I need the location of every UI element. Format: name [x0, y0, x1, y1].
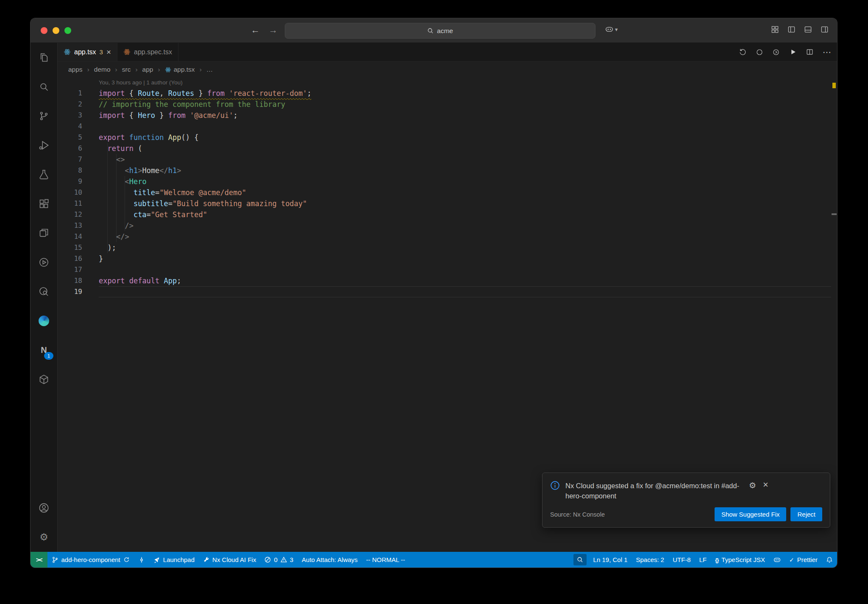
- code-line[interactable]: 16}: [58, 253, 837, 264]
- code-line[interactable]: 6 return (: [58, 143, 837, 154]
- code-line[interactable]: 9 <Hero: [58, 176, 837, 187]
- code-line[interactable]: 13 />: [58, 220, 837, 231]
- nx-cloud-fix-status-item[interactable]: Nx Cloud AI Fix: [199, 552, 260, 568]
- undo-last-icon[interactable]: [739, 48, 747, 56]
- sidebar-item-run-circle[interactable]: [31, 248, 57, 277]
- circle-outline-icon[interactable]: [756, 48, 763, 56]
- window-controls: [41, 27, 71, 34]
- code-line[interactable]: 4: [58, 121, 837, 132]
- sidebar-item-explorer[interactable]: [31, 43, 57, 72]
- tab-label: app.spec.tsx: [134, 48, 172, 56]
- error-icon: [264, 556, 271, 563]
- formatter-status-item[interactable]: Prettier: [785, 552, 822, 568]
- code-line[interactable]: 18export default App;: [58, 275, 837, 286]
- encoding-status-item[interactable]: UTF-8: [668, 552, 695, 568]
- activity-bar: N 1: [31, 43, 58, 552]
- code-line[interactable]: 17: [58, 264, 837, 275]
- command-center-search[interactable]: acme: [285, 23, 595, 39]
- show-suggested-fix-button[interactable]: Show Suggested Fix: [715, 507, 787, 521]
- cursor-position-status-item[interactable]: Ln 19, Col 1: [589, 552, 632, 568]
- breadcrumb-item[interactable]: demo: [94, 66, 111, 73]
- sidebar-item-inspect[interactable]: [31, 277, 57, 306]
- code-line[interactable]: 8 <h1>Home</h1>: [58, 165, 837, 176]
- sidebar-item-remote-explorer[interactable]: [31, 218, 57, 248]
- close-window-button[interactable]: [41, 27, 47, 34]
- code-line[interactable]: 5export function App() {: [58, 132, 837, 143]
- code-text: />: [82, 220, 134, 231]
- problems-status-item[interactable]: 0 3: [260, 552, 298, 568]
- sidebar-item-settings[interactable]: [31, 523, 57, 552]
- breadcrumb-item[interactable]: src: [122, 66, 131, 73]
- code-line[interactable]: 15 );: [58, 242, 837, 253]
- sidebar-item-run-debug[interactable]: [31, 131, 57, 160]
- titlebar: acme: [31, 18, 837, 43]
- customize-layout-icon[interactable]: [771, 25, 779, 34]
- auto-attach-status-item[interactable]: Auto Attach: Always: [298, 552, 362, 568]
- line-number: 4: [58, 121, 82, 132]
- split-editor-icon[interactable]: [806, 48, 814, 56]
- sidebar-item-package[interactable]: [31, 365, 57, 394]
- code-text: import { Hero } from '@acme/ui';: [82, 110, 238, 121]
- sidebar-item-testing[interactable]: [31, 160, 57, 189]
- code-line[interactable]: 10 title="Welcmoe @acme/demo": [58, 187, 837, 198]
- run-debug-icon: [38, 140, 50, 151]
- error-count: 0: [274, 556, 277, 563]
- copilot-menu[interactable]: [605, 25, 618, 33]
- editor-scrollbar[interactable]: [831, 78, 837, 552]
- sidebar-item-edge-tools[interactable]: [31, 306, 57, 336]
- line-number: 13: [58, 220, 82, 231]
- run-file-icon[interactable]: [789, 48, 797, 56]
- code-line[interactable]: 1import { Route, Routes } from 'react-ro…: [58, 88, 837, 99]
- language-mode-status-item[interactable]: TypeScript JSX: [711, 552, 769, 568]
- account-icon: [38, 502, 50, 514]
- more-actions-icon[interactable]: [823, 47, 831, 57]
- code-line[interactable]: 2// importing the component from the lib…: [58, 99, 837, 110]
- sidebar-item-source-control[interactable]: [31, 101, 57, 131]
- line-number: 8: [58, 165, 82, 176]
- extensions-icon: [38, 198, 50, 210]
- remote-indicator[interactable]: [31, 552, 47, 568]
- gitlens-status-item[interactable]: [134, 552, 149, 568]
- circle-arrow-icon[interactable]: [772, 48, 780, 56]
- notification-close-icon[interactable]: [763, 481, 768, 489]
- branch-status-item[interactable]: add-hero-component: [47, 552, 134, 568]
- copilot-status-item[interactable]: [769, 552, 785, 568]
- toggle-primary-sidebar-icon[interactable]: [787, 25, 796, 34]
- tab-app-tsx[interactable]: app.tsx 3: [58, 43, 117, 61]
- toggle-panel-icon[interactable]: [804, 25, 812, 34]
- sidebar-item-account[interactable]: [31, 493, 57, 523]
- notifications-bell-item[interactable]: [822, 552, 837, 568]
- breadcrumb-item[interactable]: apps: [68, 66, 83, 73]
- code-line[interactable]: 19: [58, 286, 837, 297]
- breadcrumb-item[interactable]: app: [142, 66, 153, 73]
- status-bar: add-hero-component Launchpad Nx Cloud AI…: [31, 552, 837, 568]
- close-tab-icon[interactable]: [106, 48, 111, 57]
- sidebar-item-search[interactable]: [31, 72, 57, 101]
- eol-status-item[interactable]: LF: [695, 552, 711, 568]
- navigate-forward-icon[interactable]: [269, 24, 278, 36]
- navigate-back-icon[interactable]: [251, 24, 260, 36]
- bell-icon: [826, 556, 833, 563]
- zoom-window-button[interactable]: [64, 27, 71, 34]
- code-line[interactable]: 7 <>: [58, 154, 837, 165]
- line-number: 1: [58, 88, 82, 99]
- indentation-status-item[interactable]: Spaces: 2: [632, 552, 669, 568]
- launchpad-status-item[interactable]: Launchpad: [149, 552, 199, 568]
- zoom-status-item[interactable]: [573, 554, 587, 565]
- vim-mode-status-item[interactable]: -- NORMAL --: [362, 552, 409, 568]
- tab-app-spec-tsx[interactable]: app.spec.tsx: [117, 43, 178, 61]
- breadcrumb-file[interactable]: app.tsx: [165, 66, 195, 73]
- sidebar-item-extensions[interactable]: [31, 189, 57, 218]
- toggle-secondary-sidebar-icon[interactable]: [821, 25, 829, 34]
- code-line[interactable]: 12 cta="Get Started": [58, 209, 837, 220]
- reject-button[interactable]: Reject: [790, 507, 822, 521]
- react-file-icon: [64, 48, 71, 56]
- code-line[interactable]: 11 subtitle="Build something amazing tod…: [58, 198, 837, 209]
- notification-settings-icon[interactable]: [749, 481, 756, 490]
- code-text: import { Route, Routes } from 'react-rou…: [82, 88, 312, 99]
- minimize-window-button[interactable]: [53, 27, 59, 34]
- breadcrumb-item[interactable]: …: [206, 66, 213, 73]
- sidebar-item-nx-console[interactable]: N 1: [31, 336, 57, 365]
- code-line[interactable]: 14 </>: [58, 231, 837, 242]
- code-line[interactable]: 3import { Hero } from '@acme/ui';: [58, 110, 837, 121]
